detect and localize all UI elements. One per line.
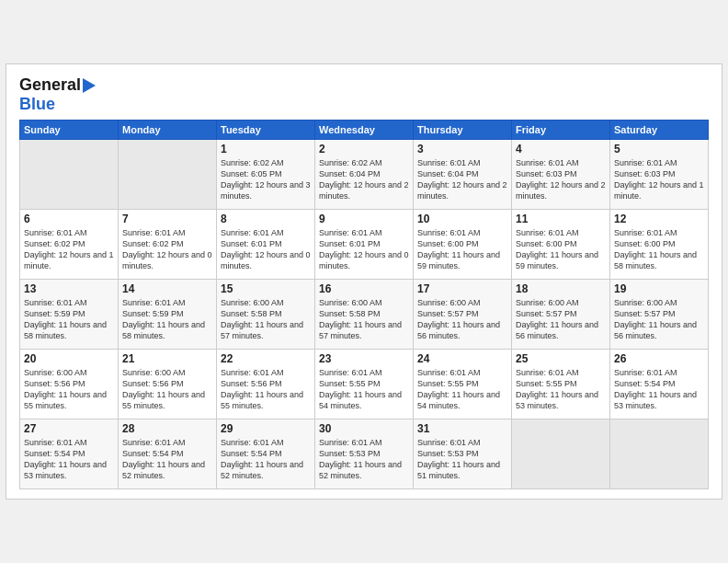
day-number: 29 bbox=[221, 422, 311, 435]
day-number: 10 bbox=[417, 213, 507, 225]
day-info: Sunrise: 6:01 AM Sunset: 6:03 PM Dayligh… bbox=[516, 157, 606, 202]
day-info: Sunrise: 6:01 AM Sunset: 5:53 PM Dayligh… bbox=[319, 437, 409, 482]
day-cell: 25Sunrise: 6:01 AM Sunset: 5:55 PM Dayli… bbox=[512, 350, 610, 419]
day-cell: 19Sunrise: 6:00 AM Sunset: 5:57 PM Dayli… bbox=[610, 280, 709, 350]
day-number: 22 bbox=[221, 352, 311, 365]
day-cell bbox=[119, 140, 217, 210]
day-cell: 31Sunrise: 6:01 AM Sunset: 5:53 PM Dayli… bbox=[414, 419, 512, 489]
day-number: 31 bbox=[417, 422, 507, 435]
logo: General Blue bbox=[19, 75, 96, 114]
day-cell: 10Sunrise: 6:01 AM Sunset: 6:00 PM Dayli… bbox=[414, 210, 512, 280]
day-info: Sunrise: 6:01 AM Sunset: 6:01 PM Dayligh… bbox=[221, 227, 311, 272]
day-number: 18 bbox=[516, 282, 606, 295]
header-row: General Blue bbox=[19, 75, 709, 114]
day-cell: 29Sunrise: 6:01 AM Sunset: 5:54 PM Dayli… bbox=[217, 419, 315, 489]
day-info: Sunrise: 6:01 AM Sunset: 5:55 PM Dayligh… bbox=[516, 367, 606, 412]
day-number: 28 bbox=[122, 422, 212, 435]
day-number: 24 bbox=[417, 352, 507, 365]
day-number: 6 bbox=[24, 213, 114, 225]
day-cell: 5Sunrise: 6:01 AM Sunset: 6:03 PM Daylig… bbox=[610, 140, 709, 210]
day-number: 27 bbox=[24, 422, 114, 435]
day-cell: 6Sunrise: 6:01 AM Sunset: 6:02 PM Daylig… bbox=[20, 210, 119, 280]
day-cell: 11Sunrise: 6:01 AM Sunset: 6:00 PM Dayli… bbox=[512, 210, 610, 280]
week-row-1: 6Sunrise: 6:01 AM Sunset: 6:02 PM Daylig… bbox=[20, 210, 709, 280]
day-cell: 28Sunrise: 6:01 AM Sunset: 5:54 PM Dayli… bbox=[119, 419, 217, 489]
day-cell: 13Sunrise: 6:01 AM Sunset: 5:59 PM Dayli… bbox=[20, 280, 119, 350]
day-cell: 1Sunrise: 6:02 AM Sunset: 6:05 PM Daylig… bbox=[217, 140, 315, 210]
day-number: 13 bbox=[24, 282, 114, 295]
day-info: Sunrise: 6:01 AM Sunset: 5:53 PM Dayligh… bbox=[417, 437, 507, 482]
day-info: Sunrise: 6:01 AM Sunset: 5:55 PM Dayligh… bbox=[417, 367, 507, 412]
day-info: Sunrise: 6:01 AM Sunset: 5:54 PM Dayligh… bbox=[122, 437, 212, 482]
week-row-3: 20Sunrise: 6:00 AM Sunset: 5:56 PM Dayli… bbox=[20, 350, 709, 419]
day-cell: 30Sunrise: 6:01 AM Sunset: 5:53 PM Dayli… bbox=[315, 419, 414, 489]
weekday-header-friday: Friday bbox=[512, 121, 610, 140]
day-info: Sunrise: 6:00 AM Sunset: 5:57 PM Dayligh… bbox=[614, 297, 704, 342]
weekday-header-monday: Monday bbox=[119, 121, 217, 140]
calendar-table: SundayMondayTuesdayWednesdayThursdayFrid… bbox=[19, 120, 709, 489]
day-cell bbox=[610, 419, 709, 489]
day-info: Sunrise: 6:01 AM Sunset: 6:01 PM Dayligh… bbox=[319, 227, 409, 272]
week-row-0: 1Sunrise: 6:02 AM Sunset: 6:05 PM Daylig… bbox=[20, 140, 709, 210]
day-info: Sunrise: 6:00 AM Sunset: 5:57 PM Dayligh… bbox=[417, 297, 507, 342]
day-cell: 18Sunrise: 6:00 AM Sunset: 5:57 PM Dayli… bbox=[512, 280, 610, 350]
day-cell bbox=[20, 140, 119, 210]
day-info: Sunrise: 6:01 AM Sunset: 6:02 PM Dayligh… bbox=[24, 227, 114, 272]
day-cell: 3Sunrise: 6:01 AM Sunset: 6:04 PM Daylig… bbox=[414, 140, 512, 210]
day-number: 15 bbox=[221, 282, 311, 295]
day-info: Sunrise: 6:00 AM Sunset: 5:58 PM Dayligh… bbox=[319, 297, 409, 342]
day-number: 5 bbox=[614, 143, 704, 155]
day-info: Sunrise: 6:01 AM Sunset: 6:03 PM Dayligh… bbox=[614, 157, 704, 202]
day-cell: 20Sunrise: 6:00 AM Sunset: 5:56 PM Dayli… bbox=[20, 350, 119, 419]
week-row-4: 27Sunrise: 6:01 AM Sunset: 5:54 PM Dayli… bbox=[20, 419, 709, 489]
day-cell bbox=[512, 419, 610, 489]
day-info: Sunrise: 6:02 AM Sunset: 6:04 PM Dayligh… bbox=[319, 157, 409, 202]
day-cell: 26Sunrise: 6:01 AM Sunset: 5:54 PM Dayli… bbox=[610, 350, 709, 419]
weekday-header-saturday: Saturday bbox=[610, 121, 709, 140]
day-number: 20 bbox=[24, 352, 114, 365]
day-info: Sunrise: 6:01 AM Sunset: 6:04 PM Dayligh… bbox=[417, 157, 507, 202]
day-info: Sunrise: 6:00 AM Sunset: 5:56 PM Dayligh… bbox=[122, 367, 212, 412]
day-number: 25 bbox=[516, 352, 606, 365]
day-cell: 2Sunrise: 6:02 AM Sunset: 6:04 PM Daylig… bbox=[315, 140, 414, 210]
day-cell: 16Sunrise: 6:00 AM Sunset: 5:58 PM Dayli… bbox=[315, 280, 414, 350]
day-cell: 22Sunrise: 6:01 AM Sunset: 5:56 PM Dayli… bbox=[217, 350, 315, 419]
day-number: 21 bbox=[122, 352, 212, 365]
day-number: 7 bbox=[122, 213, 212, 225]
day-cell: 7Sunrise: 6:01 AM Sunset: 6:02 PM Daylig… bbox=[119, 210, 217, 280]
day-number: 14 bbox=[122, 282, 212, 295]
logo-blue: Blue bbox=[19, 95, 55, 114]
day-info: Sunrise: 6:00 AM Sunset: 5:57 PM Dayligh… bbox=[516, 297, 606, 342]
day-info: Sunrise: 6:01 AM Sunset: 5:55 PM Dayligh… bbox=[319, 367, 409, 412]
day-cell: 23Sunrise: 6:01 AM Sunset: 5:55 PM Dayli… bbox=[315, 350, 414, 419]
day-info: Sunrise: 6:01 AM Sunset: 6:02 PM Dayligh… bbox=[122, 227, 212, 272]
day-info: Sunrise: 6:02 AM Sunset: 6:05 PM Dayligh… bbox=[221, 157, 311, 202]
day-number: 16 bbox=[319, 282, 409, 295]
day-number: 26 bbox=[614, 352, 704, 365]
day-number: 9 bbox=[319, 213, 409, 225]
weekday-header-thursday: Thursday bbox=[414, 121, 512, 140]
day-info: Sunrise: 6:01 AM Sunset: 5:54 PM Dayligh… bbox=[221, 437, 311, 482]
day-info: Sunrise: 6:01 AM Sunset: 6:00 PM Dayligh… bbox=[417, 227, 507, 272]
day-cell: 24Sunrise: 6:01 AM Sunset: 5:55 PM Dayli… bbox=[414, 350, 512, 419]
day-cell: 27Sunrise: 6:01 AM Sunset: 5:54 PM Dayli… bbox=[20, 419, 119, 489]
day-number: 3 bbox=[417, 143, 507, 155]
logo-arrow-icon bbox=[83, 78, 96, 93]
day-number: 8 bbox=[221, 213, 311, 225]
day-number: 12 bbox=[614, 213, 704, 225]
week-row-2: 13Sunrise: 6:01 AM Sunset: 5:59 PM Dayli… bbox=[20, 280, 709, 350]
day-info: Sunrise: 6:01 AM Sunset: 5:54 PM Dayligh… bbox=[614, 367, 704, 412]
day-cell: 8Sunrise: 6:01 AM Sunset: 6:01 PM Daylig… bbox=[217, 210, 315, 280]
day-cell: 21Sunrise: 6:00 AM Sunset: 5:56 PM Dayli… bbox=[119, 350, 217, 419]
day-info: Sunrise: 6:01 AM Sunset: 6:00 PM Dayligh… bbox=[614, 227, 704, 272]
day-info: Sunrise: 6:01 AM Sunset: 5:54 PM Dayligh… bbox=[24, 437, 114, 482]
day-cell: 9Sunrise: 6:01 AM Sunset: 6:01 PM Daylig… bbox=[315, 210, 414, 280]
day-number: 11 bbox=[516, 213, 606, 225]
day-info: Sunrise: 6:00 AM Sunset: 5:56 PM Dayligh… bbox=[24, 367, 114, 412]
weekday-header-row: SundayMondayTuesdayWednesdayThursdayFrid… bbox=[20, 121, 709, 140]
day-number: 2 bbox=[319, 143, 409, 155]
day-number: 1 bbox=[221, 143, 311, 155]
day-info: Sunrise: 6:01 AM Sunset: 6:00 PM Dayligh… bbox=[516, 227, 606, 272]
day-info: Sunrise: 6:01 AM Sunset: 5:59 PM Dayligh… bbox=[24, 297, 114, 342]
calendar-container: General Blue SundayMondayTuesdayWednesda… bbox=[6, 63, 722, 500]
